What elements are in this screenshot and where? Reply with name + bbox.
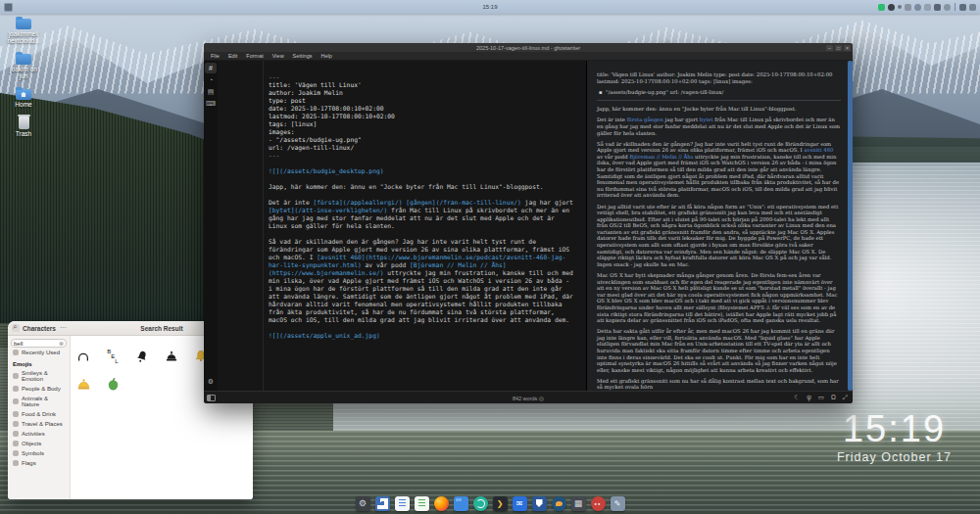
link[interactable]: ![](/assets/budgie_desktop.png) xyxy=(269,167,384,174)
hemingway-mode-icon[interactable] xyxy=(831,394,836,401)
category-objects[interactable]: Objects xyxy=(11,439,67,448)
menu-edit[interactable]: Edit xyxy=(224,53,241,59)
menu-settings[interactable]: Settings xyxy=(289,53,317,59)
glyph-symbol-for-bell[interactable]: BEL xyxy=(104,348,122,365)
link[interactable]: bytet xyxy=(700,117,713,122)
screenshot-tool-icon[interactable] xyxy=(571,496,586,511)
link[interactable]: Björeman // Melin // Åhs xyxy=(629,154,693,160)
document-stats-tab-icon[interactable] xyxy=(205,86,217,97)
menu-format[interactable]: Format xyxy=(242,53,267,59)
settings-gear-icon[interactable] xyxy=(205,378,217,389)
syncthing-icon[interactable] xyxy=(473,496,488,511)
glyph-ringing-bell[interactable] xyxy=(133,348,151,365)
desktop-icon-label: joakim onjun xyxy=(10,66,37,79)
ghostwriter-window: 2025-10-17-vagen-till-linux.md - ghostwr… xyxy=(204,43,853,403)
display-icon[interactable] xyxy=(905,4,911,11)
file-manager-icon[interactable] xyxy=(454,496,468,511)
category-icon xyxy=(13,421,19,427)
fullscreen-icon[interactable] xyxy=(843,394,848,401)
category-symbols[interactable]: Symbols xyxy=(11,448,67,458)
desktop-icon-trash[interactable]: Trash xyxy=(2,115,45,137)
clear-search-icon[interactable]: ⊗ xyxy=(59,340,64,347)
link[interactable]: avsnitt 460 xyxy=(804,147,833,153)
link[interactable]: första gången xyxy=(627,117,663,122)
link[interactable]: [bytet](/att-inse-verkligheten/) xyxy=(269,207,387,213)
glyph-bell-pepper-emoji[interactable] xyxy=(104,375,122,393)
close-button[interactable]: × xyxy=(844,45,851,51)
typewriter-mode-icon[interactable] xyxy=(818,394,824,401)
syncthing-icon[interactable] xyxy=(878,4,885,11)
desktop-icon-joakim-on[interactable]: joakim onjun xyxy=(2,51,45,79)
category-activities[interactable]: Activities xyxy=(11,429,67,439)
text-block: - "/assets/budgie-ug.png" xyxy=(269,136,574,144)
sidebar-item-recently-used[interactable]: Recently Used xyxy=(11,348,67,357)
focus-mode-icon[interactable] xyxy=(807,394,811,401)
power-icon[interactable] xyxy=(969,4,976,11)
desktop-icon-joakimmeli[interactable]: joakimmelinextcloud... xyxy=(2,16,45,44)
desktop-icon-label: Trash xyxy=(16,130,31,137)
characters-title: Characters xyxy=(23,325,56,332)
category-people-body[interactable]: People & Body xyxy=(11,384,67,394)
preview-scrollbar[interactable] xyxy=(848,61,853,391)
minimize-button[interactable]: – xyxy=(826,45,833,51)
menu-help[interactable]: Help xyxy=(317,53,335,59)
status-circle-icon[interactable] xyxy=(888,4,895,11)
text-segment: --- xyxy=(269,152,279,159)
text-block: Detta har sakta gått utför år efter år, … xyxy=(597,328,841,373)
libreoffice-writer-icon[interactable] xyxy=(395,496,410,511)
notes-icon[interactable] xyxy=(924,4,931,11)
panel-clock[interactable]: 15:19 xyxy=(0,4,980,10)
input-method-icon[interactable] xyxy=(898,5,902,9)
software-center-icon[interactable] xyxy=(375,496,390,511)
link[interactable]: ![](/assets/apple_unix_ad.jpg) xyxy=(269,332,380,339)
bitwarden-icon[interactable] xyxy=(532,496,547,511)
outline-tab-icon[interactable] xyxy=(205,63,217,73)
session-stats-tab-icon[interactable] xyxy=(205,74,217,85)
media-app-icon[interactable] xyxy=(591,496,606,511)
volume-icon[interactable] xyxy=(934,4,941,11)
cheatsheet-tab-icon[interactable] xyxy=(205,98,217,109)
html-preview-pane: title: 'Vägen till Linux' author: Joakim… xyxy=(587,61,853,391)
menu-view[interactable]: View xyxy=(269,53,288,59)
dark-mode-moon-icon[interactable] xyxy=(794,394,800,401)
markdown-editor[interactable]: ---title: 'Vägen till Linux'author: Joak… xyxy=(218,61,586,391)
text-block: --- xyxy=(269,152,574,160)
category-food-drink[interactable]: Food & Drink xyxy=(11,409,67,419)
text-segment: lastmod: 2025-10-17T08:00:10+02:00 xyxy=(269,113,395,119)
firefox-icon[interactable] xyxy=(434,496,449,511)
budgie-menu-icon[interactable] xyxy=(356,496,370,511)
category-flags[interactable]: Flags xyxy=(11,458,67,468)
search-toggle-icon[interactable] xyxy=(12,324,20,332)
notes-app-icon[interactable] xyxy=(611,496,625,511)
category-icon xyxy=(13,373,19,379)
color-picker-icon[interactable] xyxy=(914,4,921,11)
system-tray xyxy=(878,0,976,14)
glyph-bellhop-bell-outline[interactable] xyxy=(163,348,180,365)
text-editor-icon[interactable] xyxy=(415,496,429,511)
desktop-icon-home[interactable]: Home xyxy=(2,86,45,108)
text-segment: - "/assets/budgie-ug.png" xyxy=(269,136,362,143)
maximize-button[interactable]: □ xyxy=(835,45,842,51)
terminal-icon[interactable] xyxy=(493,496,508,511)
window-titlebar[interactable]: 2025-10-17-vagen-till-linux.md - ghostwr… xyxy=(204,43,853,52)
text-segment: av vår podd xyxy=(597,154,629,160)
category-travel-places[interactable]: Travel & Places xyxy=(11,419,67,429)
thunderbird-icon[interactable] xyxy=(552,496,566,511)
notifications-icon[interactable] xyxy=(959,4,966,11)
category-label: Flags xyxy=(22,460,36,466)
menu-file[interactable]: File xyxy=(207,53,223,59)
mail-icon[interactable] xyxy=(513,496,527,511)
category-smileys-emotion[interactable]: Smileys & Emotion xyxy=(11,368,67,384)
trash-icon xyxy=(19,117,29,129)
category-animals-nature[interactable]: Animals & Nature xyxy=(11,394,67,409)
text-block: Så vad är skillnaden den är gången? Jag … xyxy=(597,141,841,199)
menu-dots-icon[interactable]: ⋯ xyxy=(60,324,67,332)
link[interactable]: [första](/appleallergi/) xyxy=(314,199,403,206)
glyph-bellhop-bell-emoji[interactable] xyxy=(74,375,92,393)
text-segment: url: /vagen-till-linux/ xyxy=(269,144,354,151)
glyph-bell-symbol[interactable] xyxy=(74,348,92,365)
network-icon[interactable] xyxy=(944,4,951,11)
link[interactable]: [gången](/fran-mac-till-linux/) xyxy=(406,199,521,206)
scrollbar-thumb[interactable] xyxy=(848,61,853,391)
search-input[interactable]: bell ⊗ xyxy=(11,339,67,348)
